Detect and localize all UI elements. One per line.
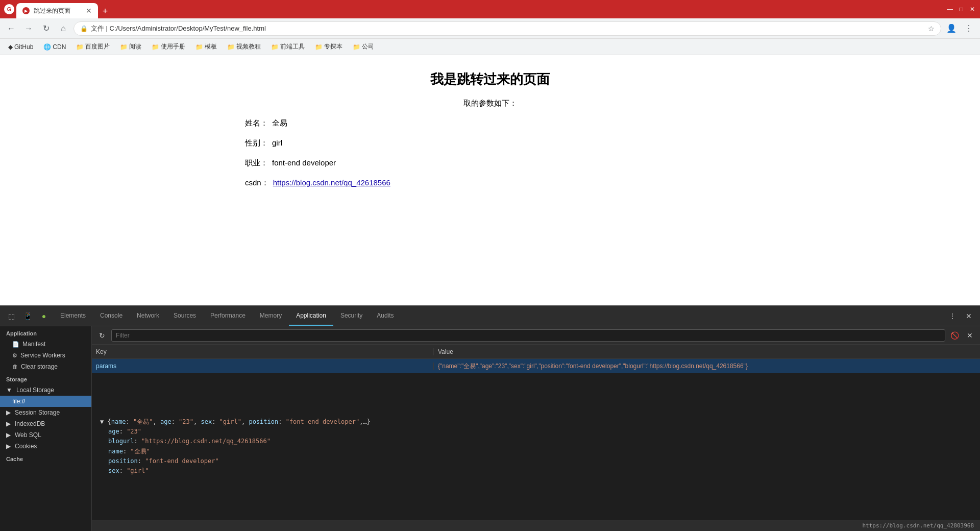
folder-icon: 📁	[315, 43, 323, 51]
home-button[interactable]: ⌂	[56, 21, 70, 36]
label-csdn: csdn：	[245, 178, 269, 188]
page-content: 我是跳转过来的页面 取的参数如下： 姓名： 全易 性别： girl 职业： fo…	[0, 55, 980, 531]
tab-audits[interactable]: Audits	[370, 306, 401, 326]
folder-icon: 📁	[195, 43, 203, 51]
tab-elements[interactable]: Elements	[53, 306, 93, 326]
bookmark-template[interactable]: 📁 模板	[191, 41, 221, 52]
tab-performance[interactable]: Performance	[203, 306, 253, 326]
bookmark-video[interactable]: 📁 视频教程	[223, 41, 265, 52]
sidebar-label-clear-storage: Clear storage	[21, 363, 58, 370]
sidebar-label: Local Storage	[16, 387, 54, 394]
expand-icon: ▶	[6, 443, 11, 450]
sidebar-section-storage: Storage	[0, 372, 91, 384]
browser-frame: G ▶ 跳过来的页面 ✕ + — □ ✕ ← → ↻ ⌂ 🔒 文件 | C:/U…	[0, 0, 980, 531]
expand-icon: ▶	[6, 431, 11, 439]
sidebar-item-file[interactable]: file://	[0, 396, 91, 407]
tab-close-button[interactable]: ✕	[86, 7, 92, 15]
filter-close-button[interactable]: ✕	[964, 329, 976, 342]
sidebar-label-service-workers: Service Workers	[20, 352, 65, 359]
sidebar-section-application: Application	[0, 326, 91, 339]
upper-page: 我是跳转过来的页面 取的参数如下： 姓名： 全易 性别： girl 职业： fo…	[0, 55, 980, 305]
devtools-panel: ⬚ 📱 ● Elements Console Network Sources P…	[0, 305, 980, 531]
bookmark-github[interactable]: ◆ GitHub	[4, 42, 37, 52]
tab-network[interactable]: Network	[130, 306, 166, 326]
folder-icon: 📁	[120, 43, 128, 51]
bookmark-label: CDN	[53, 43, 66, 51]
devtools-more-icon[interactable]: ⋮	[945, 309, 960, 323]
label-job: 职业：	[245, 158, 268, 168]
folder-icon: 📁	[271, 43, 279, 51]
sidebar-item-manifest[interactable]: 📄 Manifest	[0, 339, 91, 350]
sidebar-group-local-storage[interactable]: ▼ Local Storage	[0, 384, 91, 396]
menu-icon[interactable]: ⋮	[962, 21, 976, 36]
sidebar-section-cache: Cache	[0, 452, 91, 464]
tab-memory[interactable]: Memory	[253, 306, 289, 326]
label-name: 姓名：	[245, 118, 268, 128]
devtools-topbar: ⬚ 📱 ● Elements Console Network Sources P…	[0, 306, 980, 326]
sidebar-label: Cookies	[15, 443, 37, 450]
new-tab-button[interactable]: +	[98, 4, 112, 18]
tab-strip: ▶ 跳过来的页面 ✕ +	[16, 0, 944, 18]
sidebar-group-websql[interactable]: ▶ Web SQL	[0, 429, 91, 441]
bookmark-manual[interactable]: 📁 使用手册	[148, 41, 189, 52]
value-name: 全易	[272, 118, 287, 128]
devtools-device-icon[interactable]: 📱	[20, 309, 35, 323]
json-line-position: position: "font-end developer"	[100, 456, 972, 466]
expand-icon: ▼	[6, 387, 12, 394]
filter-bar: ↻ 🚫 ✕	[92, 326, 980, 345]
devtools-tabs: Elements Console Network Sources Perform…	[53, 306, 943, 326]
sidebar-group-cookies[interactable]: ▶ Cookies	[0, 441, 91, 452]
table-row[interactable]: params {"name":"全易","age":"23","sex":"gi…	[92, 359, 980, 373]
sidebar-item-clear-storage[interactable]: 🗑 Clear storage	[0, 361, 91, 372]
forward-button[interactable]: →	[21, 21, 36, 36]
bookmark-cdn[interactable]: 🌐 CDN	[39, 42, 70, 52]
tab-application[interactable]: Application	[289, 306, 333, 326]
devtools-inspect-icon[interactable]: ⬚	[4, 309, 18, 323]
bookmark-read[interactable]: 📁 阅读	[116, 41, 145, 52]
profile-icon[interactable]: 👤	[944, 21, 959, 36]
json-preview: ▼ {name: "全易", age: "23", sex: "girl", p…	[92, 411, 980, 520]
sidebar-item-service-workers[interactable]: ⚙ Service Workers	[0, 350, 91, 361]
folder-icon: 📁	[76, 43, 84, 51]
filter-input[interactable]	[111, 329, 945, 342]
close-button[interactable]: ✕	[969, 6, 976, 13]
devtools-circle-icon[interactable]: ●	[37, 309, 51, 323]
filter-clear-button[interactable]: 🚫	[948, 329, 961, 342]
folder-icon: 📁	[227, 43, 235, 51]
bookmark-label: 百度图片	[85, 42, 110, 51]
maximize-button[interactable]: □	[958, 6, 965, 13]
webpage: 我是跳转过来的页面 取的参数如下： 姓名： 全易 性别： girl 职业： fo…	[0, 55, 980, 531]
expand-icon: ▶	[6, 409, 11, 416]
sidebar-label-manifest: Manifest	[22, 341, 45, 348]
label-sex: 性别：	[245, 138, 268, 148]
sidebar-label: Session Storage	[15, 409, 60, 416]
sidebar-group-indexeddb[interactable]: ▶ IndexedDB	[0, 418, 91, 429]
bookmark-zhuantanben[interactable]: 📁 专探本	[311, 41, 347, 52]
sidebar-group-session-storage[interactable]: ▶ Session Storage	[0, 407, 91, 418]
csdn-link[interactable]: https://blog.csdn.net/qq_42618566	[273, 178, 390, 188]
back-button[interactable]: ←	[4, 21, 18, 36]
bookmark-tools[interactable]: 📁 前端工具	[267, 41, 309, 52]
value-sex: girl	[272, 138, 282, 148]
clear-storage-icon: 🗑	[12, 364, 18, 370]
filter-refresh-button[interactable]: ↻	[96, 329, 108, 342]
expand-icon: ▶	[6, 420, 11, 427]
bookmark-label: 视频教程	[236, 42, 261, 51]
devtools-close-icon[interactable]: ✕	[962, 309, 976, 323]
json-line-age: age: "23"	[100, 427, 972, 437]
title-bar: G ▶ 跳过来的页面 ✕ + — □ ✕	[0, 0, 980, 18]
bookmark-baiduimg[interactable]: 📁 百度图片	[72, 41, 114, 52]
bookmark-label: 模板	[205, 42, 217, 51]
active-tab[interactable]: ▶ 跳过来的页面 ✕	[16, 3, 98, 18]
tab-security[interactable]: Security	[333, 306, 370, 326]
info-table: 姓名： 全易 性别： girl 职业： font-end developer c…	[245, 118, 390, 188]
folder-icon: 📁	[353, 43, 360, 51]
refresh-button[interactable]: ↻	[39, 21, 53, 36]
bookmark-company[interactable]: 📁 公司	[349, 41, 378, 52]
tab-sources[interactable]: Sources	[166, 306, 203, 326]
info-row-csdn: csdn： https://blog.csdn.net/qq_42618566	[245, 178, 390, 188]
tab-console[interactable]: Console	[93, 306, 130, 326]
star-icon[interactable]: ☆	[928, 25, 935, 33]
minimize-button[interactable]: —	[946, 6, 953, 13]
address-input-wrap[interactable]: 🔒 文件 | C:/Users/Administrator/Desktop/My…	[74, 21, 941, 36]
